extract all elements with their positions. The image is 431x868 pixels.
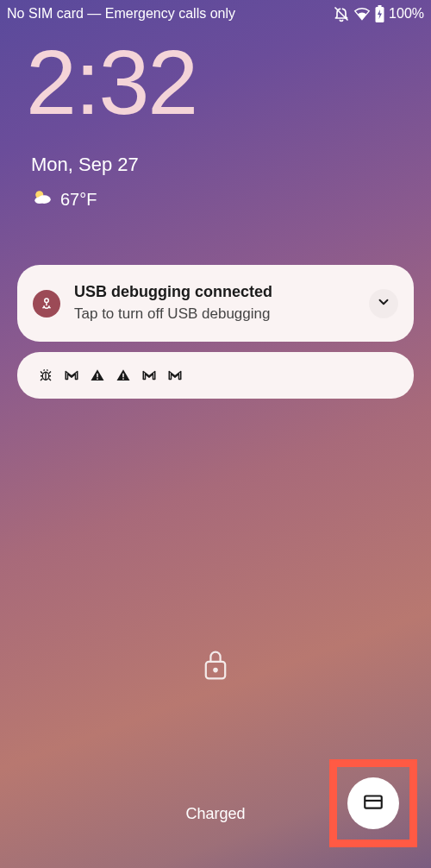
chevron-down-icon xyxy=(376,294,391,313)
battery-icon xyxy=(374,5,385,22)
svg-rect-8 xyxy=(97,374,98,378)
notification-overflow-row[interactable] xyxy=(17,352,414,399)
warning-outline-icon xyxy=(116,368,131,383)
svg-rect-14 xyxy=(365,796,382,808)
warning-solid-icon xyxy=(90,368,105,383)
notification-shade: USB debugging connected Tap to turn off … xyxy=(0,213,431,399)
gmail-icon xyxy=(64,368,79,383)
wallet-card-icon xyxy=(362,790,384,816)
notification-title: USB debugging connected xyxy=(74,282,369,302)
lock-icon xyxy=(201,647,230,687)
lock-indicator xyxy=(0,647,431,687)
svg-point-13 xyxy=(214,669,216,671)
weather-temp: 67°F xyxy=(60,190,97,210)
dnd-off-icon xyxy=(333,5,350,22)
notification-usb-debugging[interactable]: USB debugging connected Tap to turn off … xyxy=(17,265,414,342)
notification-subtitle: Tap to turn off USB debugging xyxy=(74,304,369,324)
status-icons: 100% xyxy=(333,5,424,22)
svg-point-5 xyxy=(34,197,44,204)
overflow-icons xyxy=(33,366,188,385)
weather-widget[interactable]: 67°F xyxy=(0,176,431,213)
svg-rect-9 xyxy=(97,379,98,381)
highlight-box xyxy=(329,759,417,847)
wallet-button[interactable] xyxy=(347,777,399,829)
lockscreen-clock: 2:32 xyxy=(0,26,431,128)
wifi-icon xyxy=(353,5,371,22)
gmail-icon xyxy=(167,368,183,383)
status-bar: No SIM card — Emergency calls only 100% xyxy=(0,0,431,26)
svg-point-6 xyxy=(45,299,49,303)
gmail-icon xyxy=(141,368,157,383)
weather-partly-cloudy-icon xyxy=(31,186,53,213)
notification-text: USB debugging connected Tap to turn off … xyxy=(74,282,369,324)
usb-debug-icon xyxy=(33,290,60,318)
network-status-text: No SIM card — Emergency calls only xyxy=(7,6,235,22)
svg-rect-10 xyxy=(122,374,124,378)
lockscreen-date[interactable]: Mon, Sep 27 xyxy=(0,128,431,176)
svg-rect-11 xyxy=(122,379,124,381)
svg-rect-1 xyxy=(378,5,382,7)
battery-percent: 100% xyxy=(389,6,424,22)
expand-button[interactable] xyxy=(369,289,398,318)
bug-icon xyxy=(38,368,53,383)
